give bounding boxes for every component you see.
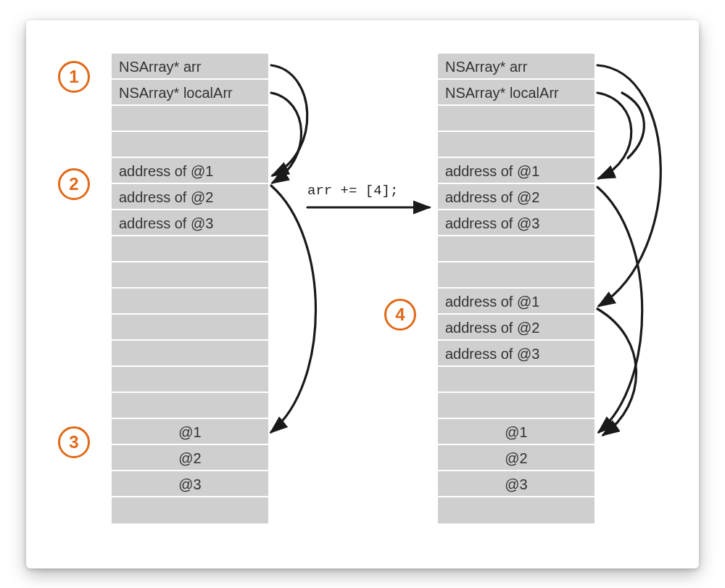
cell [112, 236, 268, 262]
cell [438, 497, 594, 523]
cell: address of @3 [112, 210, 268, 236]
cell: NSArray* localArr [438, 80, 594, 106]
cell: @1 [438, 419, 594, 445]
badge-4: 4 [384, 299, 416, 331]
cell [438, 262, 594, 289]
cell [112, 341, 268, 367]
cell [438, 132, 594, 158]
badge-2: 2 [58, 168, 90, 200]
cell: @2 [112, 445, 268, 471]
cell [438, 393, 594, 419]
diagram-canvas: NSArray* arr NSArray* localArr address o… [26, 20, 699, 568]
cell [112, 289, 268, 315]
badge-1: 1 [58, 61, 90, 93]
cell [438, 236, 594, 262]
cell: address of @1 [112, 158, 268, 184]
cell: address of @1 [438, 289, 594, 315]
cell: @2 [438, 445, 594, 471]
cell [112, 132, 268, 158]
cell [112, 106, 268, 132]
memory-column-right: NSArray* arr NSArray* localArr address o… [436, 52, 596, 525]
cell: address of @2 [438, 184, 594, 210]
cell: address of @3 [438, 341, 594, 367]
code-expression: arr += [4]; [307, 183, 398, 199]
cell: NSArray* arr [438, 54, 594, 80]
cell: address of @1 [438, 158, 594, 184]
cell [112, 497, 268, 523]
cell [112, 393, 268, 419]
cell [112, 367, 268, 393]
cell: @3 [438, 471, 594, 497]
memory-column-left: NSArray* arr NSArray* localArr address o… [110, 52, 270, 525]
cell [112, 262, 268, 289]
cell: @3 [112, 471, 268, 497]
cell [112, 315, 268, 341]
cell: address of @3 [438, 210, 594, 236]
cell [438, 106, 594, 132]
cell [438, 367, 594, 393]
badge-3: 3 [58, 426, 90, 458]
cell: address of @2 [112, 184, 268, 210]
cell: NSArray* arr [112, 54, 268, 80]
cell: address of @2 [438, 315, 594, 341]
cell: NSArray* localArr [112, 80, 268, 106]
cell: @1 [112, 419, 268, 445]
